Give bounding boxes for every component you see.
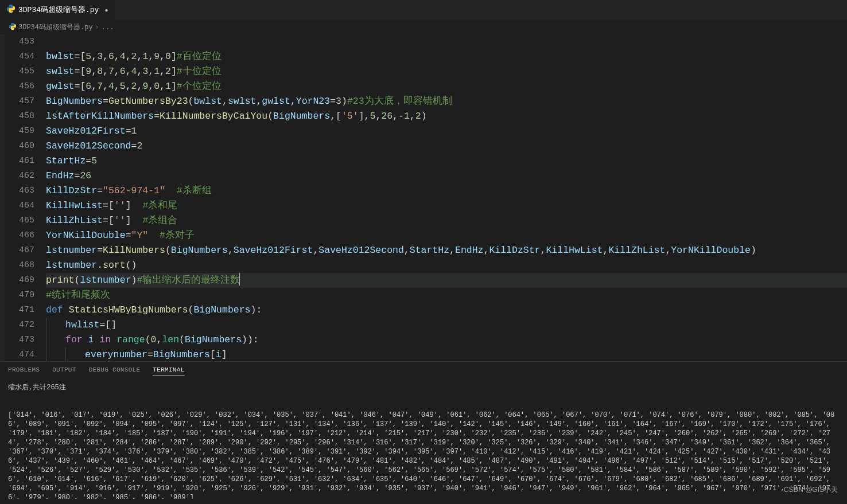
code-line[interactable]: print(lstnumber)#输出缩水后的最终注数 xyxy=(46,273,847,288)
line-number: 470 xyxy=(5,288,34,303)
line-number: 457 xyxy=(5,94,34,109)
tab-filename: 3DP34码超级缩号器.py xyxy=(18,5,99,15)
code-line[interactable]: swlst=[9,8,7,6,4,3,1,2]#十位定位 xyxy=(46,64,847,79)
activity-edge xyxy=(0,34,5,361)
watermark: CSDN @GIS小天 xyxy=(784,485,838,494)
line-number: 462 xyxy=(5,169,34,183)
code-line[interactable]: StartHz=5 xyxy=(46,154,847,169)
code-line[interactable]: lstnumber.sort() xyxy=(46,258,847,273)
panel-tabs: PROBLEMSOUTPUTDEBUG CONSOLETERMINAL xyxy=(0,362,847,378)
code-line[interactable]: KillDzStr="562-974-1" #杀断组 xyxy=(46,183,847,198)
line-number: 473 xyxy=(5,333,34,347)
breadcrumb[interactable]: 3DP34码超级缩号器.py › ... xyxy=(0,20,847,34)
breadcrumb-rest: ... xyxy=(102,24,114,32)
panel-tab-terminal[interactable]: TERMINAL xyxy=(153,366,184,376)
line-number: 463 xyxy=(5,183,34,198)
code-line[interactable]: def StaticsHWByBigNumbers(BigNumbers): xyxy=(46,303,847,318)
code-line[interactable]: KillZhList=[''] #杀组合 xyxy=(46,213,847,228)
code-line[interactable]: EndHz=26 xyxy=(46,169,847,183)
line-number: 472 xyxy=(5,318,34,333)
terminal-summary-line: 缩水后,共计265注 xyxy=(8,383,839,392)
code-line[interactable]: lstnumber=KillNumbers(BigNumbers,SaveHz0… xyxy=(46,243,847,258)
line-number: 469 xyxy=(5,273,34,288)
line-number: 466 xyxy=(5,228,34,243)
code-line[interactable]: hwlist=[] xyxy=(46,318,847,333)
line-number: 454 xyxy=(5,49,34,64)
bottom-panel: PROBLEMSOUTPUTDEBUG CONSOLETERMINAL 缩水后,… xyxy=(0,361,847,499)
chevron-right-icon: › xyxy=(95,24,99,32)
line-number: 467 xyxy=(5,243,34,258)
line-number: 458 xyxy=(5,109,34,124)
file-tab[interactable]: 3DP34码超级缩号器.py xyxy=(0,0,115,19)
breadcrumb-file: 3DP34码超级缩号器.py xyxy=(18,22,93,32)
line-number: 455 xyxy=(5,64,34,79)
line-number-gutter: 4534544554564574584594604614624634644654… xyxy=(5,34,46,361)
code-line[interactable] xyxy=(46,34,847,49)
code-line[interactable]: lstAfterKillNumbers=KillNumbersByCaiYou(… xyxy=(46,109,847,124)
code-line[interactable]: SaveHz012Second=2 xyxy=(46,139,847,154)
code-line[interactable]: SaveHz012First=1 xyxy=(46,124,847,139)
line-number: 465 xyxy=(5,213,34,228)
line-number: 468 xyxy=(5,258,34,273)
code-line[interactable]: #统计和尾频次 xyxy=(46,288,847,303)
code-line[interactable]: everynumber=BigNumbers[i] xyxy=(46,347,847,361)
line-number: 460 xyxy=(5,139,34,154)
line-number: 474 xyxy=(5,347,34,361)
panel-tab-problems[interactable]: PROBLEMS xyxy=(8,366,40,376)
code-line[interactable]: KillHwList=[''] #杀和尾 xyxy=(46,198,847,213)
code-line[interactable]: bwlst=[5,3,6,4,2,1,9,0]#百位定位 xyxy=(46,49,847,64)
line-number: 464 xyxy=(5,198,34,213)
code-line[interactable]: YorNKillDouble="Y" #杀对子 xyxy=(46,228,847,243)
terminal-list-output: ['014', '016', '017', '019', '025', '026… xyxy=(8,411,839,499)
terminal-output[interactable]: 缩水后,共计265注 ['014', '016', '017', '019', … xyxy=(0,378,847,499)
panel-tab-debug-console[interactable]: DEBUG CONSOLE xyxy=(89,366,141,376)
line-number: 471 xyxy=(5,303,34,318)
line-number: 461 xyxy=(5,154,34,169)
panel-tab-output[interactable]: OUTPUT xyxy=(52,366,76,376)
code-area[interactable]: bwlst=[5,3,6,4,2,1,9,0]#百位定位swlst=[9,8,7… xyxy=(46,34,847,361)
code-line[interactable]: for i in range(0,len(BigNumbers)): xyxy=(46,333,847,347)
close-icon[interactable] xyxy=(104,5,108,14)
code-line[interactable]: BigNumbers=GetNumbersBy23(bwlst,swlst,gw… xyxy=(46,94,847,109)
line-number: 456 xyxy=(5,79,34,94)
code-line[interactable]: gwlst=[6,7,4,5,2,9,0,1]#个位定位 xyxy=(46,79,847,94)
python-file-icon xyxy=(7,5,15,15)
line-number: 459 xyxy=(5,124,34,139)
line-number: 453 xyxy=(5,34,34,49)
python-file-icon xyxy=(9,23,16,32)
tab-bar: 3DP34码超级缩号器.py xyxy=(0,0,847,20)
code-editor[interactable]: 4534544554564574584594604614624634644654… xyxy=(0,34,847,361)
